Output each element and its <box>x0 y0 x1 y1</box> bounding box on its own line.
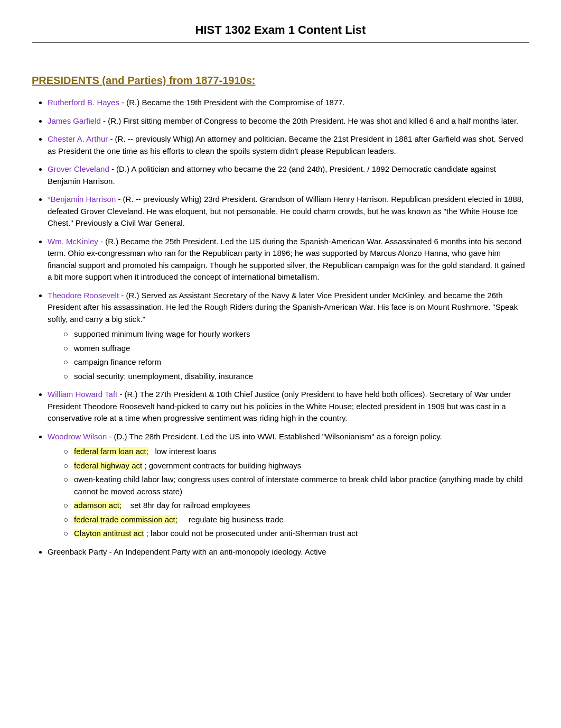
party-name: Greenback Party <box>48 547 107 556</box>
sub-list-item: campaign finance reform <box>63 356 529 368</box>
presidents-section: PRESIDENTS (and Parties) from 1877-1910s… <box>32 72 529 558</box>
sub-list-item: federal trade commission act; regulate b… <box>63 514 529 526</box>
list-item: James Garfield - (R.) First sitting memb… <box>48 115 529 127</box>
sub-list-item: owen-keating child labor law; congress u… <box>63 474 529 497</box>
list-item: William Howard Taft - (R.) The 27th Pres… <box>48 389 529 425</box>
president-name: Rutherford B. Hayes <box>48 98 119 107</box>
president-description: - (R.) Became the 25th President. Led th… <box>48 237 525 282</box>
highlight-text: Clayton antitrust act <box>74 529 144 538</box>
president-name: Woodrow Wilson <box>48 432 107 441</box>
list-item: *Benjamin Harrison - (R. -- previously W… <box>48 193 529 229</box>
president-name: William Howard Taft <box>48 390 117 399</box>
party-description: - An Independent Party with an anti-mono… <box>107 547 326 556</box>
sub-list: federal farm loan act; low interest loan… <box>48 446 529 540</box>
list-item: Greenback Party - An Independent Party w… <box>48 546 529 558</box>
highlight-text: federal highway act <box>74 461 142 470</box>
section-heading: PRESIDENTS (and Parties) from 1877-1910s… <box>32 72 529 88</box>
sub-list-item: supported minimum living wage for hourly… <box>63 328 529 340</box>
list-item: Theodore Roosevelt - (R.) Served as Assi… <box>48 290 529 383</box>
list-item: Grover Cleveland - (D.) A politician and… <box>48 163 529 187</box>
page-title: HIST 1302 Exam 1 Content List <box>32 21 529 43</box>
president-description: - (D.) The 28th President. Led the US in… <box>107 432 442 441</box>
president-description: - (D.) A politician and attorney who bec… <box>48 164 496 186</box>
president-name: Theodore Roosevelt <box>48 291 119 300</box>
highlight-text: federal farm loan act; <box>74 447 148 456</box>
president-description: - (R. -- previously Whig) 23rd President… <box>48 195 523 227</box>
president-name: Grover Cleveland <box>48 164 109 173</box>
sub-list-item: women suffrage <box>63 343 529 355</box>
sub-list: supported minimum living wage for hourly… <box>48 328 529 382</box>
highlight-text: adamson act; <box>74 501 121 510</box>
presidents-list: Rutherford B. Hayes - (R.) Became the 19… <box>32 97 529 558</box>
president-description: - (R.) First sitting member of Congress … <box>101 116 518 125</box>
page-title-container: HIST 1302 Exam 1 Content List <box>32 21 529 58</box>
president-name: James Garfield <box>48 116 101 125</box>
list-item: Chester A. Arthur - (R. -- previously Wh… <box>48 133 529 157</box>
sub-list-item: federal highway act ; government contrac… <box>63 460 529 472</box>
list-item: Wm. McKinley - (R.) Became the 25th Pres… <box>48 236 529 283</box>
president-description: - (R.) The 27th President & 10th Chief J… <box>48 390 511 422</box>
sub-list-item: social security; unemployment, disabilit… <box>63 371 529 383</box>
president-description: - (R.) Became the 19th President with th… <box>119 98 345 107</box>
highlight-text: federal trade commission act; <box>74 515 177 524</box>
list-item: Woodrow Wilson - (D.) The 28th President… <box>48 431 529 540</box>
list-item: Rutherford B. Hayes - (R.) Became the 19… <box>48 97 529 109</box>
sub-list-item: adamson act; set 8hr day for railroad em… <box>63 500 529 512</box>
president-name: Chester A. Arthur <box>48 134 108 143</box>
sub-list-item: Clayton antitrust act ; labor could not … <box>63 528 529 540</box>
president-name: *Benjamin Harrison <box>48 195 116 204</box>
president-name: Wm. McKinley <box>48 237 98 246</box>
sub-list-item: federal farm loan act; low interest loan… <box>63 446 529 458</box>
president-description: - (R. -- previously Whig) An attorney an… <box>48 134 523 155</box>
